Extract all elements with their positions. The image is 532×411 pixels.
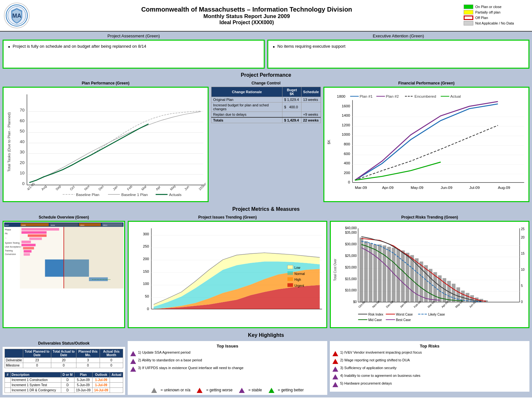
- svg-text:1800: 1800: [337, 94, 346, 99]
- legend-color-off-plan: [464, 15, 473, 20]
- deliv-header-actual-mo: Actual this Month: [100, 349, 123, 357]
- top-risk-1: 1) IV&V Vendor involvement impacting pro…: [332, 350, 527, 356]
- svg-rect-100: [24, 250, 31, 253]
- top-issue-3: 3) If UIFPDS stays in existence Quest in…: [130, 366, 325, 372]
- plan-performance-chart: 0 10 20 30 40 50 60 70 Total Tasks (Due …: [3, 87, 209, 202]
- svg-text:$40,000: $40,000: [345, 226, 357, 230]
- legend-color-on-plan: [464, 5, 473, 9]
- cc-schedule-1: 13 weeks: [301, 97, 321, 103]
- svg-text:Apr-09: Apr-09: [441, 300, 449, 308]
- cc-budget-2: $ 400.0: [282, 103, 301, 112]
- legend-better-text: = getting better: [278, 388, 304, 392]
- svg-text:150: 150: [143, 269, 149, 273]
- project-risks-chart: Total Cost Over $0 $10,000 $15,000 $20,0…: [330, 221, 529, 328]
- schedule-overview-panel: Schedule Overview (Green) 2007 2008 2009…: [3, 215, 125, 328]
- svg-text:Jun-09: Jun-09: [441, 185, 453, 190]
- deliv-actual-1: 20: [51, 357, 76, 363]
- project-issues-title: Project Issues Trending (Green): [128, 215, 327, 220]
- svg-text:2007: 2007: [5, 224, 9, 226]
- legend-color-partial: [464, 10, 473, 15]
- issue-text-3: 3) If UIFPDS stays in existence Quest in…: [138, 366, 243, 370]
- svg-text:600: 600: [344, 152, 350, 156]
- risk-text-2: 2) Wage reporting not getting shifted to…: [340, 358, 410, 362]
- svg-rect-178: [456, 288, 460, 302]
- cc-rationale-2: Incresed budget for plan and sched chang…: [212, 103, 282, 112]
- svg-text:100: 100: [143, 282, 149, 286]
- issue-triangle-1: [130, 351, 136, 356]
- legend-tri-green: [269, 388, 274, 393]
- executive-attention-content: • No items requiring executive support: [267, 40, 529, 69]
- risk-triangle-4: [332, 374, 338, 379]
- svg-text:70: 70: [20, 108, 25, 113]
- svg-text:Jun-09: Jun-09: [468, 300, 477, 309]
- project-assessment-panel: Project Assessment (Green) • Project is …: [3, 34, 265, 69]
- change-control-title: Change Control: [211, 81, 321, 85]
- project-assessment-content: • Project is fully on schedule and on bu…: [3, 40, 265, 69]
- svg-rect-95: [28, 234, 46, 237]
- svg-text:20: 20: [20, 160, 25, 165]
- performance-row: Plan Performance (Green) 0 10 20 30 40 5…: [0, 80, 532, 205]
- svg-rect-132: [288, 283, 293, 287]
- highlights-section-title: Key Highlights: [248, 332, 284, 338]
- deliv-actual-mo-2: 0: [100, 363, 123, 368]
- deliv-header-plan-mo: Planned this Mo.: [76, 349, 100, 357]
- top-issue-1: 1) Update SSA Agreement period: [130, 350, 325, 356]
- plan-performance-svg: 0 10 20 30 40 50 60 70 Total Tasks (Due …: [5, 90, 206, 199]
- deliv-header-actual: Total Actual to Date: [51, 349, 76, 357]
- detail-header-desc: Description: [11, 372, 61, 377]
- schedule-overview-chart: 2007 2008 2009 2010 2011 Phase PA ... Sy…: [3, 221, 125, 328]
- svg-text:2010: 2010: [80, 224, 85, 226]
- detail-outlook-2: 1-Jul-09: [92, 382, 110, 387]
- svg-text:15Sep: 15Sep: [198, 182, 206, 191]
- detail-plan-1: 5-Jun-09: [74, 377, 92, 382]
- svg-text:800: 800: [344, 142, 350, 146]
- svg-text:Oct-08: Oct-08: [358, 300, 366, 308]
- deliv-header-name: [5, 349, 23, 357]
- header: MA Commonwealth of Massachusetts – Infor…: [0, 0, 532, 32]
- schedule-overview-title: Schedule Overview (Green): [3, 215, 125, 220]
- svg-rect-105: [89, 277, 108, 281]
- risk-triangle-2: [332, 359, 338, 364]
- svg-text:10: 10: [521, 268, 525, 271]
- performance-section-header: Project Performance: [0, 71, 532, 80]
- top-issues-content: Top Issues 1) Update SSA Agreement perio…: [128, 341, 327, 385]
- risk-text-3: 3) Sufficiency of application security: [340, 366, 397, 370]
- svg-text:1600: 1600: [342, 104, 350, 108]
- svg-text:Worst Case: Worst Case: [396, 313, 413, 316]
- svg-text:0: 0: [147, 307, 149, 311]
- svg-rect-166: [401, 250, 405, 302]
- cc-row-2: Incresed budget for plan and sched chang…: [212, 103, 321, 112]
- deliv-header-planned: Total Planned to Date: [23, 349, 51, 357]
- top-issues-panel: Top Issues 1) Update SSA Agreement perio…: [128, 341, 327, 395]
- cc-rationale-3: Replan due to delays: [212, 112, 282, 118]
- svg-text:Feb: Feb: [126, 184, 133, 191]
- svg-text:$30,000: $30,000: [345, 242, 357, 246]
- header-title: Commonwealth of Massachusetts – Informat…: [30, 6, 464, 25]
- assessment-text: Project is fully on schedule and on budg…: [13, 44, 146, 49]
- svg-text:PA: PA: [5, 232, 8, 235]
- legend-label-on-plan: On Plan or close: [475, 5, 501, 9]
- svg-text:25: 25: [521, 227, 525, 231]
- svg-text:0: 0: [521, 300, 523, 304]
- legend-color-na: [464, 21, 473, 25]
- detail-dm-1: D: [61, 377, 74, 382]
- svg-text:User Acceptance: User Acceptance: [5, 246, 22, 248]
- svg-text:Oct: Oct: [69, 185, 75, 191]
- project-issues-panel: Project Issues Trending (Green) 0 50 100…: [128, 215, 327, 328]
- executive-text: No items requiring executive support: [277, 44, 345, 49]
- svg-text:Total Tasks (Due to Plan - Pla: Total Tasks (Due to Plan - Planned): [7, 112, 11, 172]
- top-issue-2: 2) Ability to standardize on a base peri…: [130, 358, 325, 364]
- legend-item-2: Partially off plan: [464, 10, 528, 15]
- project-risks-title: Project Risks Trending (Green): [330, 215, 529, 220]
- project-issues-chart: 0 50 100 150 200 250 300: [128, 221, 327, 328]
- svg-rect-177: [452, 284, 455, 302]
- svg-rect-169: [415, 258, 419, 302]
- svg-text:System Testing: System Testing: [5, 242, 20, 244]
- svg-text:$20,000: $20,000: [345, 266, 357, 269]
- cc-schedule-2: [301, 103, 321, 112]
- highlights-section-header: Key Highlights: [0, 331, 532, 340]
- detail-dm-2: D: [61, 382, 74, 387]
- detail-header-num: #: [5, 372, 11, 377]
- plan-performance-panel: Plan Performance (Green) 0 10 20 30 40 5…: [3, 81, 209, 202]
- top-risk-3: 3) Sufficiency of application security: [332, 366, 527, 372]
